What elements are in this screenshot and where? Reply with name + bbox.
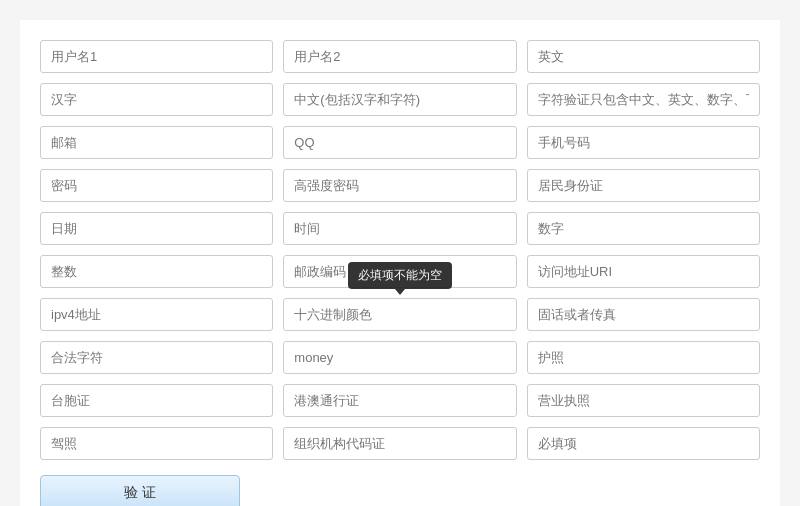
input-username1[interactable]	[40, 40, 273, 73]
field-id-card	[527, 169, 760, 202]
field-phone-fax	[527, 298, 760, 331]
input-business-license[interactable]	[527, 384, 760, 417]
field-money	[283, 341, 516, 374]
field-char-validate	[527, 83, 760, 116]
field-ipv4	[40, 298, 273, 331]
input-ipv4[interactable]	[40, 298, 273, 331]
input-strong-password[interactable]	[283, 169, 516, 202]
field-required	[527, 427, 760, 460]
input-hanzi[interactable]	[40, 83, 273, 116]
field-chinese	[283, 83, 516, 116]
field-integer	[40, 255, 273, 288]
input-required[interactable]	[527, 427, 760, 460]
input-chinese[interactable]	[283, 83, 516, 116]
field-username1	[40, 40, 273, 73]
input-passport[interactable]	[527, 341, 760, 374]
form-row-2	[40, 126, 760, 159]
field-passport	[527, 341, 760, 374]
input-id-card[interactable]	[527, 169, 760, 202]
input-username2[interactable]	[283, 40, 516, 73]
input-char-validate[interactable]	[527, 83, 760, 116]
field-date	[40, 212, 273, 245]
form-row-8	[40, 384, 760, 417]
field-taiwan-id	[40, 384, 273, 417]
form-row-0	[40, 40, 760, 73]
input-hk-macau[interactable]	[283, 384, 516, 417]
form-row-5	[40, 255, 760, 288]
input-integer[interactable]	[40, 255, 273, 288]
input-org-code[interactable]	[283, 427, 516, 460]
field-hanzi	[40, 83, 273, 116]
field-time	[283, 212, 516, 245]
field-hk-macau	[283, 384, 516, 417]
form-row-7	[40, 341, 760, 374]
input-taiwan-id[interactable]	[40, 384, 273, 417]
form-row-9	[40, 427, 760, 460]
input-english[interactable]	[527, 40, 760, 73]
input-driver-license[interactable]	[40, 427, 273, 460]
field-qq	[283, 126, 516, 159]
field-english	[527, 40, 760, 73]
input-email[interactable]	[40, 126, 273, 159]
form-row-1	[40, 83, 760, 116]
input-uri[interactable]	[527, 255, 760, 288]
input-time[interactable]	[283, 212, 516, 245]
tooltip-wrapper-hex-color: 必填项不能为空	[283, 298, 516, 331]
input-money[interactable]	[283, 341, 516, 374]
field-number	[527, 212, 760, 245]
field-driver-license	[40, 427, 273, 460]
field-hex-color: 必填项不能为空	[283, 298, 516, 331]
field-phone	[527, 126, 760, 159]
input-date[interactable]	[40, 212, 273, 245]
field-strong-password	[283, 169, 516, 202]
input-phone[interactable]	[527, 126, 760, 159]
field-password	[40, 169, 273, 202]
form-row-3	[40, 169, 760, 202]
field-org-code	[283, 427, 516, 460]
input-hex-color[interactable]	[283, 298, 516, 331]
input-legal-char[interactable]	[40, 341, 273, 374]
field-business-license	[527, 384, 760, 417]
field-uri	[527, 255, 760, 288]
input-qq[interactable]	[283, 126, 516, 159]
field-username2	[283, 40, 516, 73]
input-number[interactable]	[527, 212, 760, 245]
input-password[interactable]	[40, 169, 273, 202]
field-legal-char	[40, 341, 273, 374]
field-postal	[283, 255, 516, 288]
input-postal[interactable]	[283, 255, 516, 288]
form-container: 必填项不能为空 验 证	[20, 20, 780, 506]
form-row-6: 必填项不能为空	[40, 298, 760, 331]
validate-button[interactable]: 验 证	[40, 475, 240, 506]
field-email	[40, 126, 273, 159]
form-row-4	[40, 212, 760, 245]
input-phone-fax[interactable]	[527, 298, 760, 331]
